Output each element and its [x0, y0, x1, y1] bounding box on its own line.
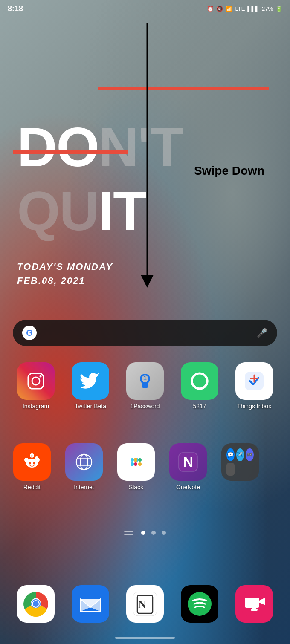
svg-rect-30 [130, 458, 134, 462]
google-search-bar[interactable]: G 🎤 [13, 320, 277, 346]
svg-point-3 [32, 377, 40, 385]
text-qu: QU [17, 179, 99, 243]
5217-icon [181, 362, 218, 400]
instagram-icon [17, 362, 55, 400]
things-inbox-label: Things Inbox [237, 403, 271, 410]
lte-label: LTE [235, 6, 245, 12]
svg-point-43 [33, 601, 39, 607]
1password-label: 1Password [130, 403, 160, 410]
slack-icon [117, 443, 155, 481]
svg-point-18 [24, 458, 29, 462]
date-display: TODAY'S MONDAY FEB.08, 2021 [17, 260, 113, 288]
page-line-1 [124, 531, 133, 532]
app-instagram[interactable]: Instagram [12, 362, 59, 410]
svg-rect-33 [138, 458, 142, 462]
instagram-label: Instagram [23, 403, 49, 410]
onenote-icon: N [169, 443, 207, 481]
red-line-2 [13, 150, 128, 154]
spotify-icon [181, 585, 218, 623]
home-indicator [115, 637, 175, 639]
reddit-label: Reddit [23, 484, 41, 491]
app-grid-row2: r Reddit Internet [9, 443, 281, 491]
svg-rect-56 [251, 609, 258, 611]
svg-text:N: N [138, 598, 146, 611]
onenote-label: OneNote [176, 484, 200, 491]
email-icon [72, 585, 109, 623]
svg-point-19 [35, 458, 40, 462]
svg-rect-34 [138, 462, 142, 466]
reddit-icon: r [13, 443, 51, 481]
slack-label: Slack [129, 484, 143, 491]
dock-notion[interactable]: N [124, 585, 166, 623]
app-slack[interactable]: Slack [113, 443, 160, 491]
svg-point-15 [33, 462, 35, 465]
twitter-label: Twitter Beta [75, 403, 106, 410]
page-indicators [0, 531, 290, 535]
battery-label: 27% [262, 6, 273, 12]
svg-text:r: r [31, 453, 33, 458]
dock-email[interactable] [69, 585, 112, 623]
wallpaper-text-area: DON'T QUIT Swipe Down TODAY'S MONDAY FEB… [0, 23, 290, 309]
svg-text:1: 1 [143, 375, 147, 381]
svg-rect-52 [188, 592, 212, 616]
app-1password[interactable]: 1 1Password [122, 362, 168, 410]
app-5217[interactable]: 5217 [176, 362, 223, 410]
page-lines [124, 531, 133, 535]
swipe-down-label: Swipe Down [194, 164, 264, 178]
5217-label: 5217 [193, 403, 206, 410]
dock-spotify[interactable] [178, 585, 221, 623]
internet-label: Internet [74, 484, 94, 491]
svg-rect-32 [130, 462, 134, 466]
date-line2: FEB.08, 2021 [17, 274, 113, 288]
app-onenote[interactable]: N OneNote [165, 443, 212, 491]
app-internet[interactable]: Internet [61, 443, 107, 491]
text-do: DO [17, 115, 99, 179]
dock: N [9, 585, 281, 623]
status-icons: ⏰ 🔇 📶 LTE ▌▌▌ 27% 🔋 [207, 6, 282, 12]
status-bar: 8:18 ⏰ 🔇 📶 LTE ▌▌▌ 27% 🔋 [0, 0, 290, 17]
app-reddit[interactable]: r Reddit [9, 443, 55, 491]
mute-icon: 🔇 [216, 6, 223, 12]
app-things-inbox[interactable]: Things Inbox [231, 362, 278, 410]
notion-icon: N [126, 585, 164, 623]
wifi-icon: 📶 [226, 6, 232, 12]
chrome-icon [17, 585, 55, 623]
things-icon [235, 362, 273, 400]
status-time: 8:18 [8, 4, 23, 13]
page-line-2 [124, 534, 133, 535]
dock-screenrec[interactable] [233, 585, 276, 623]
date-line1: TODAY'S MONDAY [17, 260, 113, 274]
app-grid-row1: Instagram Twitter Beta 1 1Password 5217 [9, 362, 281, 410]
page-dot-1-active[interactable] [141, 531, 145, 535]
red-line-1 [98, 87, 269, 90]
swipe-arrow [141, 23, 154, 288]
svg-rect-6 [142, 382, 148, 388]
svg-rect-54 [245, 598, 259, 608]
battery-icon: 🔋 [276, 6, 282, 12]
svg-rect-57 [252, 608, 256, 609]
google-logo: G [22, 326, 37, 340]
text-row-quit: QUIT [17, 179, 146, 243]
svg-rect-28 [127, 453, 145, 471]
text-row-dont: DON'T [17, 115, 183, 179]
svg-text:N: N [183, 453, 194, 470]
dock-chrome[interactable] [14, 585, 57, 623]
svg-rect-36 [134, 458, 137, 462]
page-dot-3[interactable] [162, 531, 166, 535]
text-it: IT [99, 179, 146, 243]
signal-bars: ▌▌▌ [247, 6, 259, 12]
mic-icon[interactable]: 🎤 [256, 327, 268, 339]
svg-marker-1 [141, 275, 154, 288]
1password-icon: 1 [126, 362, 164, 400]
internet-icon [65, 443, 103, 481]
screenrec-icon [235, 585, 273, 623]
svg-point-14 [29, 462, 31, 465]
folder-icon: 💬 ✈️ 🎮 [221, 443, 259, 481]
page-dot-2[interactable] [151, 531, 156, 535]
svg-rect-35 [134, 462, 137, 466]
app-folder[interactable]: 💬 ✈️ 🎮 [217, 443, 264, 484]
svg-point-4 [40, 375, 42, 378]
alarm-icon: ⏰ [207, 6, 214, 12]
twitter-icon [72, 362, 109, 400]
app-twitter[interactable]: Twitter Beta [67, 362, 114, 410]
